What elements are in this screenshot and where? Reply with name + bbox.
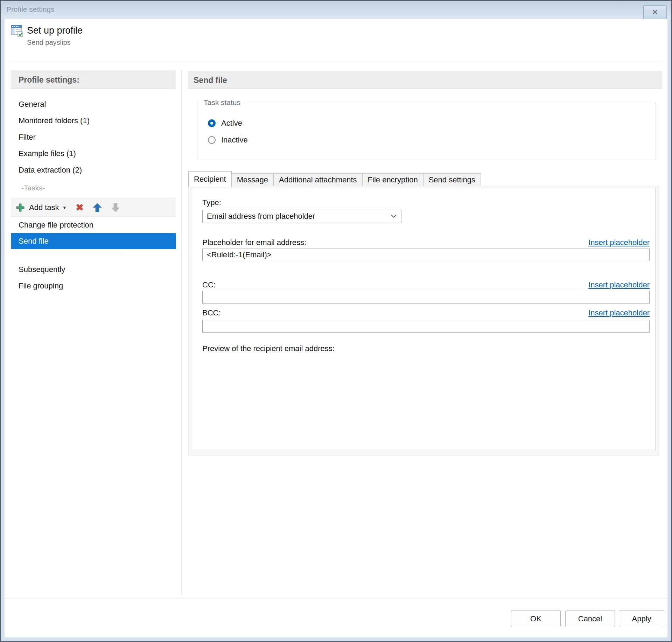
- delete-icon: ✖: [76, 202, 84, 213]
- arrow-up-icon: [92, 202, 103, 213]
- section-header: Send file: [188, 71, 662, 89]
- type-select[interactable]: Email address from placeholder: [202, 210, 401, 223]
- radio-option-active[interactable]: Active: [208, 119, 242, 128]
- tab-file-encryption[interactable]: File encryption: [362, 173, 424, 186]
- type-label: Type:: [202, 198, 221, 207]
- tasks-toolbar: Add task ▾ ✖: [11, 198, 176, 217]
- cancel-button[interactable]: Cancel: [565, 610, 615, 627]
- tab-strip: Recipient Message Additional attachments…: [188, 171, 481, 187]
- insert-placeholder-link-bcc[interactable]: Insert placeholder: [588, 308, 650, 317]
- radio-option-inactive[interactable]: Inactive: [208, 135, 248, 145]
- radio-label-inactive: Inactive: [221, 135, 248, 145]
- chevron-down-icon: [391, 214, 397, 218]
- window-titlebar[interactable]: Profile settings ✕: [1, 1, 671, 19]
- tab-content-panel: [192, 188, 656, 450]
- cc-label: CC:: [202, 280, 216, 289]
- sidebar-item-example-files[interactable]: Example files (1): [11, 145, 176, 162]
- radio-unselected-icon[interactable]: [208, 136, 216, 144]
- header-separator: [11, 62, 662, 62]
- bcc-input[interactable]: [202, 320, 650, 333]
- placeholder-input[interactable]: [202, 249, 650, 261]
- panel-divider: [181, 70, 182, 595]
- delete-task-button[interactable]: ✖: [76, 202, 84, 213]
- ok-button[interactable]: OK: [511, 610, 561, 627]
- close-button[interactable]: ✕: [643, 5, 667, 19]
- cc-input[interactable]: [202, 291, 650, 303]
- chevron-down-icon: ▾: [63, 204, 66, 211]
- tab-send-settings[interactable]: Send settings: [423, 173, 481, 186]
- footer-separator: [5, 599, 667, 599]
- move-task-down-button[interactable]: [110, 202, 121, 213]
- sidebar-item-data-extraction[interactable]: Data extraction (2): [11, 162, 176, 178]
- add-task-label: Add task: [29, 203, 59, 212]
- tab-message[interactable]: Message: [231, 173, 274, 186]
- add-task-button[interactable]: Add task ▾: [15, 202, 66, 213]
- type-select-value: Email address from placeholder: [207, 212, 391, 221]
- preview-label: Preview of the recipient email address:: [202, 344, 335, 353]
- bcc-label: BCC:: [202, 308, 221, 317]
- task-list-separator: [11, 253, 176, 261]
- plus-icon: [15, 202, 26, 213]
- sidebar-item-filter[interactable]: Filter: [11, 129, 176, 145]
- profile-settings-dialog: Profile settings ✕ Set up profile Send p…: [0, 0, 672, 642]
- tab-recipient[interactable]: Recipient: [188, 171, 232, 187]
- task-item-change-file-protection[interactable]: Change file protection: [11, 217, 176, 233]
- radio-selected-icon[interactable]: [208, 119, 216, 127]
- task-item-send-file[interactable]: Send file: [11, 233, 176, 249]
- insert-placeholder-link-cc[interactable]: Insert placeholder: [588, 280, 650, 289]
- arrow-down-icon: [110, 202, 121, 213]
- task-status-legend: Task status: [201, 98, 243, 107]
- radio-label-active: Active: [221, 119, 242, 128]
- page-title: Set up profile: [27, 25, 83, 36]
- apply-button[interactable]: Apply: [619, 610, 664, 627]
- sidebar-header: Profile settings:: [11, 70, 176, 89]
- sidebar-item-subsequently[interactable]: Subsequently: [11, 261, 176, 278]
- task-status-group: Task status Active Inactive: [197, 103, 656, 160]
- placeholder-label: Placeholder for email address:: [202, 238, 306, 247]
- profile-window-icon: [11, 24, 24, 37]
- sidebar-item-monitored-folders[interactable]: Monitored folders (1): [11, 112, 176, 129]
- window-title: Profile settings: [6, 5, 55, 14]
- tasks-section-label: -Tasks-: [11, 178, 176, 198]
- sidebar-nav: General Monitored folders (1) Filter Exa…: [11, 96, 176, 294]
- move-task-up-button[interactable]: [92, 202, 103, 213]
- close-icon: ✕: [652, 8, 658, 16]
- insert-placeholder-link-recipient[interactable]: Insert placeholder: [588, 238, 650, 247]
- dialog-content: Set up profile Send payslips Profile set…: [5, 19, 667, 637]
- page-subtitle: Send payslips: [27, 39, 71, 47]
- tab-additional-attachments[interactable]: Additional attachments: [273, 173, 363, 186]
- sidebar-item-file-grouping[interactable]: File grouping: [11, 278, 176, 294]
- sidebar-item-general[interactable]: General: [11, 96, 176, 112]
